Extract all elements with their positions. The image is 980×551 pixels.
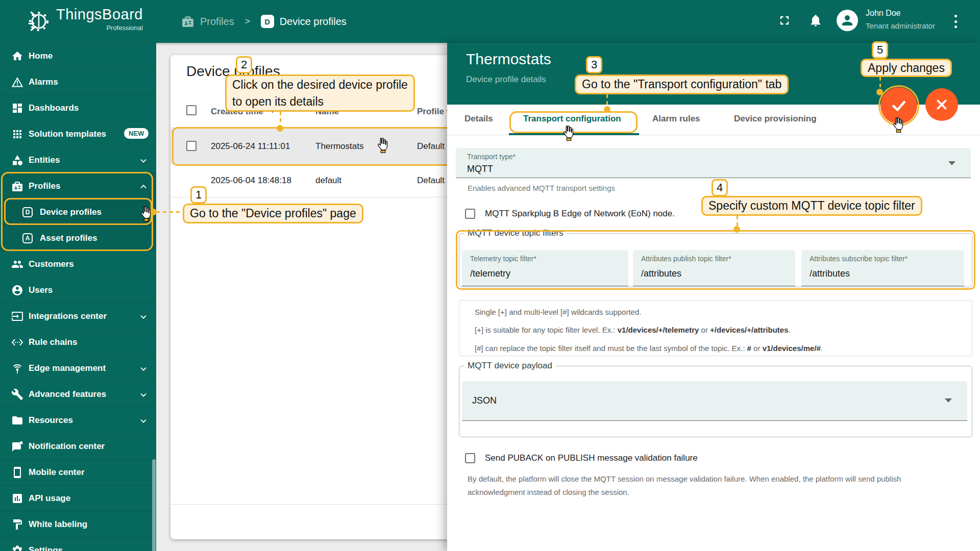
tab-alarm-rules[interactable]: Alarm rules (652, 114, 700, 124)
new-badge: NEW (124, 128, 149, 139)
person-icon (11, 284, 23, 296)
transport-type-value: MQTT (467, 164, 493, 174)
sidebar-item-entities[interactable]: Entities (0, 147, 156, 173)
sidebar-scrollbar[interactable] (152, 459, 156, 551)
sidebar-nav: Home Alarms Dashboards Solution template… (0, 43, 156, 551)
folder-icon (11, 414, 23, 427)
sidebar-item-resources[interactable]: Resources (0, 407, 156, 433)
fullscreen-icon[interactable] (777, 13, 792, 28)
annotation-connector-dot (733, 226, 740, 233)
chevron-down-icon (139, 416, 148, 425)
tab-details[interactable]: Details (464, 114, 493, 124)
sidebar-item-label: Solution templates (29, 129, 106, 139)
sidebar-item-integrations-center[interactable]: Integrations center (0, 303, 156, 329)
chevron-down-icon (139, 156, 148, 165)
sidebar-item-label: Users (29, 285, 53, 295)
sidebar-item-label: Customers (29, 259, 74, 269)
breadcrumb-profiles[interactable]: Profiles (200, 16, 234, 28)
annotation-step-4-number: 4 (712, 179, 728, 196)
gear-icon (11, 544, 23, 551)
hand-cursor (376, 137, 389, 153)
payload-type-select[interactable]: JSON (462, 381, 967, 421)
user-avatar[interactable] (837, 10, 858, 31)
profiles-badge-icon (181, 15, 194, 28)
sidebar-item-label: Home (29, 51, 53, 61)
header-menu-icon[interactable] (951, 13, 960, 30)
sidebar-item-home[interactable]: Home (0, 43, 156, 69)
device-profile-icon: D (261, 15, 274, 28)
puback-checkbox[interactable] (465, 453, 475, 463)
app-header: ThingsBoard Professional Profiles > D De… (0, 0, 980, 43)
annotation-step-3-callout: Go to the "Transport configuration" tab (575, 74, 789, 94)
sidebar-item-label: Advanced features (29, 389, 106, 399)
transport-type-select[interactable]: Transport type* MQTT (456, 148, 971, 178)
help-line-2: [+] is suitable for any topic filter lev… (475, 325, 791, 334)
chevron-down-icon (139, 312, 148, 321)
annotation-connector-dot (876, 89, 883, 95)
annotation-step-5-callout: Apply changes (861, 59, 952, 77)
warning-icon (11, 76, 23, 88)
apps-icon (11, 128, 23, 140)
thingsboard-logo[interactable]: ThingsBoard Professional (24, 6, 143, 35)
hand-cursor (561, 124, 575, 141)
close-icon (935, 97, 949, 112)
sidebar-item-mobile-center[interactable]: Mobile center (0, 459, 156, 485)
payload-type-value: JSON (472, 395, 497, 406)
sidebar-item-label: Dashboards (29, 103, 79, 113)
cancel-button[interactable] (925, 88, 958, 121)
brand-name: ThingsBoard (56, 6, 143, 23)
tab-device-provisioning[interactable]: Device provisioning (734, 114, 817, 124)
annotation-fieldset-outline (456, 230, 975, 290)
cell-created-time: 2025-06-04 18:48:18 (211, 176, 291, 186)
sidebar-item-notification-center[interactable]: Notification center (0, 433, 156, 459)
sparkplug-checkbox-label: MQTT Sparkplug B Edge of Network (EoN) n… (485, 209, 675, 219)
sidebar-item-white-labeling[interactable]: White labeling (0, 511, 156, 537)
breadcrumb: Profiles > D Device profiles (181, 14, 347, 29)
sidebar-item-users[interactable]: Users (0, 277, 156, 303)
chevron-down-icon (139, 364, 148, 373)
annotation-connector-dot (604, 106, 610, 113)
dropdown-arrow-icon (948, 161, 955, 165)
dropdown-arrow-icon (945, 398, 952, 403)
annotation-step-2-number: 2 (236, 56, 252, 73)
sidebar-item-solution-templates[interactable]: Solution templates NEW (0, 121, 156, 147)
sidebar-item-label: Edge management (29, 363, 106, 373)
cell-profile-type: Default (417, 176, 445, 186)
tools-icon (11, 388, 23, 400)
puback-checkbox-label: Send PUBACK on PUBLISH message validatio… (485, 453, 698, 463)
select-all-checkbox[interactable] (186, 105, 197, 115)
sparkplug-checkbox[interactable] (465, 209, 475, 219)
annotation-connector (156, 211, 183, 213)
sidebar-item-advanced-features[interactable]: Advanced features (0, 381, 156, 407)
annotation-device-profiles-outline (4, 198, 152, 225)
sidebar-item-alarms[interactable]: Alarms (0, 69, 156, 95)
sidebar-item-label: Mobile center (29, 467, 85, 478)
input-icon (11, 310, 23, 322)
annotation-step-1-callout: Go to the "Device profiles" page (183, 204, 363, 223)
hand-cursor (891, 116, 905, 133)
sidebar-item-label: Integrations center (29, 311, 107, 321)
sidebar-item-api-usage[interactable]: API usage (0, 485, 156, 511)
cell-name: default (315, 176, 341, 186)
breadcrumb-device-profiles: Device profiles (280, 16, 347, 28)
user-role: Tenant administrator (866, 21, 935, 30)
sidebar-item-rule-chains[interactable]: Rule chains (0, 329, 156, 355)
sidebar-item-label: Notification center (29, 441, 105, 452)
sidebar-item-label: White labeling (29, 519, 87, 530)
sidebar-item-settings[interactable]: Settings (0, 537, 156, 551)
sidebar-item-customers[interactable]: Customers (0, 251, 156, 277)
dashboards-icon (11, 102, 23, 114)
notifications-bell-icon[interactable] (808, 13, 823, 28)
ethernet-icon (11, 336, 23, 348)
thingsboard-logo-icon (24, 6, 51, 35)
smartphone-icon (11, 466, 23, 479)
help-line-3: [#] can replace the topic filter itself … (475, 344, 823, 353)
sidebar-item-dashboards[interactable]: Dashboards (0, 95, 156, 121)
panel-title: Thermostats (466, 51, 551, 68)
chevron-down-icon (139, 390, 148, 399)
sidebar-item-edge-management[interactable]: Edge management (0, 355, 156, 381)
hand-cursor (139, 205, 153, 221)
brand-subtitle: Professional (56, 24, 143, 32)
help-line-1: Single [+] and multi-level [#] wildcards… (475, 308, 641, 316)
panel-subtitle: Device profile details (466, 74, 546, 85)
